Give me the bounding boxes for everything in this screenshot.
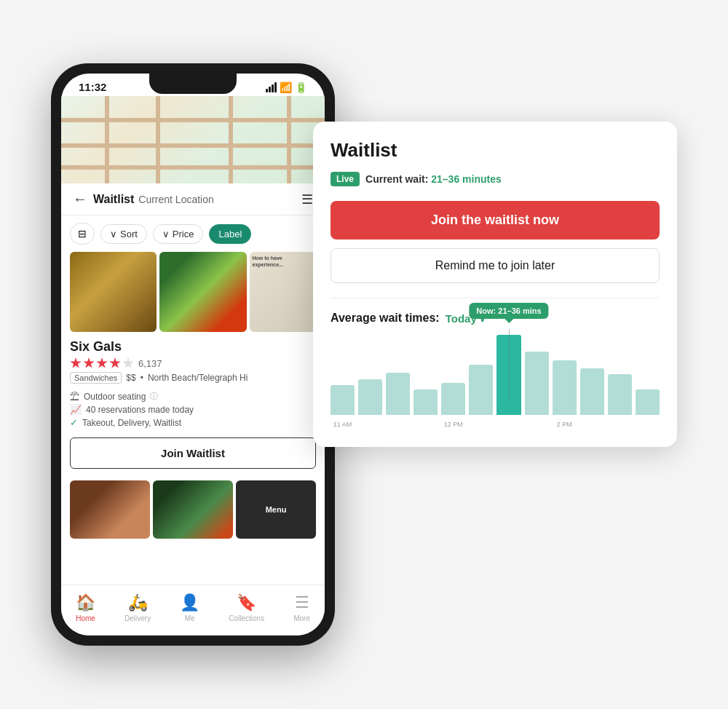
tab-more-label: More: [293, 614, 310, 622]
battery-icon: 🔋: [295, 82, 307, 93]
collections-icon: 🔖: [237, 593, 256, 612]
rest2-image-1: [70, 480, 150, 539]
filter-button[interactable]: ⊟: [70, 223, 95, 245]
sort-label: Sort: [120, 229, 138, 239]
outdoor-seating-info: ⛱ Outdoor seating ⓘ: [70, 391, 316, 402]
scene: 11:32 📶 🔋: [51, 34, 677, 675]
bar-10: [608, 374, 632, 415]
food-image-1: [70, 252, 157, 332]
back-button[interactable]: ←: [73, 191, 87, 207]
bar-8: 2 PM: [553, 360, 577, 415]
star-4: [109, 357, 121, 369]
check-icon: ✓: [70, 417, 78, 428]
tab-more[interactable]: ☰ More: [293, 593, 310, 622]
reservations-label: 40 reservations made today: [86, 405, 194, 415]
reservations-info: 📈 40 reservations made today: [70, 404, 316, 415]
services-label: Takeout, Delivery, Waitlist: [82, 418, 181, 428]
stars-row: 6,137: [70, 357, 316, 369]
tooltip-line: [509, 329, 510, 400]
tab-collections[interactable]: 🔖 Collections: [229, 593, 264, 622]
waitlist-card: Waitlist Live Current wait: 21–36 minute…: [313, 122, 677, 447]
tab-me-label: Me: [185, 614, 195, 622]
label-label: Label: [218, 229, 242, 239]
bar-6: Now: 21–36 mins: [496, 335, 521, 415]
chart-icon: 📈: [70, 404, 82, 415]
rest2-image-3: Menu: [236, 480, 316, 539]
sort-arrow-icon: ∨: [110, 229, 117, 239]
tab-delivery[interactable]: 🛵 Delivery: [124, 593, 151, 622]
rest2-image-2: [153, 480, 233, 539]
second-restaurant-images: Menu: [61, 480, 325, 539]
notch: [149, 74, 237, 94]
bar-0: 11 AM: [331, 385, 355, 415]
bar-11: [636, 389, 660, 415]
now-tooltip: Now: 21–36 mins: [469, 303, 548, 319]
services-info: ✓ Takeout, Delivery, Waitlist: [70, 417, 316, 428]
category-tag: Sandwiches: [70, 372, 122, 384]
avg-wait-label: Average wait times:: [331, 312, 440, 325]
waitlist-card-title: Waitlist: [331, 139, 660, 162]
label-button[interactable]: Label: [209, 224, 251, 244]
restaurant-location: North Beach/Telegraph Hi: [148, 373, 248, 383]
sort-button[interactable]: ∨ Sort: [100, 224, 147, 244]
filter-bar: ⊟ ∨ Sort ∨ Price Label: [61, 215, 325, 252]
live-badge: Live: [331, 172, 360, 186]
bar-label-4: 12 PM: [444, 421, 463, 428]
menu-overlay-label: Menu: [266, 505, 287, 514]
bar-7: [525, 352, 549, 415]
star-1: [70, 357, 82, 369]
me-icon: 👤: [180, 593, 199, 612]
phone-inner: 11:32 📶 🔋: [61, 74, 325, 635]
price-button[interactable]: ∨ Price: [153, 224, 204, 244]
current-wait-text: Current wait: 21–36 minutes: [365, 173, 502, 185]
signal-icon: [266, 82, 277, 92]
bar-9: [580, 368, 604, 415]
bar-label-8: 2 PM: [557, 421, 572, 428]
divider: [331, 298, 660, 298]
bar-3: [414, 389, 438, 415]
review-count: 6,137: [138, 358, 162, 369]
price-arrow-icon: ∨: [162, 229, 170, 239]
filter-sliders-icon: ⊟: [78, 228, 87, 239]
price-indicator: $$: [126, 373, 135, 383]
star-3: [96, 357, 108, 369]
nav-bar: ← Waitlist Current Location ☰: [61, 183, 325, 215]
tab-me[interactable]: 👤 Me: [180, 593, 199, 622]
tab-home[interactable]: 🏠 Home: [76, 593, 95, 622]
star-rating: [70, 357, 134, 369]
join-waitlist-button[interactable]: Join Waitlist: [70, 437, 316, 469]
wifi-icon: 📶: [280, 82, 292, 93]
current-wait-time: 21–36 minutes: [431, 173, 502, 185]
restaurant-meta: Sandwiches $$ • North Beach/Telegraph Hi: [70, 372, 316, 384]
bar-2: [386, 373, 410, 415]
bar-5: [469, 365, 493, 415]
article-image: How to have experience...: [250, 252, 316, 332]
phone: 11:32 📶 🔋: [51, 63, 335, 646]
map-area: [61, 96, 325, 183]
current-wait-label: Current wait:: [365, 173, 428, 185]
nav-subtitle: Current Location: [138, 194, 214, 205]
remind-later-button[interactable]: Remind me to join later: [331, 248, 660, 283]
tab-bar: 🏠 Home 🛵 Delivery 👤 Me 🔖 Collections ☰: [61, 585, 325, 635]
bullet: •: [141, 373, 143, 383]
bar-label-0: 11 AM: [333, 421, 352, 428]
bar-1: [358, 379, 382, 415]
food-image-2: [159, 252, 246, 332]
more-icon: ☰: [295, 593, 309, 612]
home-icon: 🏠: [76, 593, 95, 612]
star-2: [83, 357, 95, 369]
status-time: 11:32: [79, 81, 106, 93]
outdoor-seating-label: Outdoor seating: [84, 392, 146, 402]
live-wait-row: Live Current wait: 21–36 minutes: [331, 172, 660, 186]
join-now-button[interactable]: Join the waitlist now: [331, 201, 660, 239]
umbrella-icon: ⛱: [70, 391, 79, 402]
star-5: [122, 357, 134, 369]
tab-delivery-label: Delivery: [124, 614, 151, 622]
restaurant-images: How to have experience...: [70, 252, 316, 332]
menu-icon[interactable]: ☰: [301, 191, 313, 207]
price-label: Price: [173, 229, 194, 239]
nav-title: Waitlist: [93, 193, 134, 206]
bar-4: 12 PM: [441, 383, 465, 415]
restaurant-name: Six Gals: [70, 339, 316, 354]
delivery-icon: 🛵: [128, 593, 148, 612]
